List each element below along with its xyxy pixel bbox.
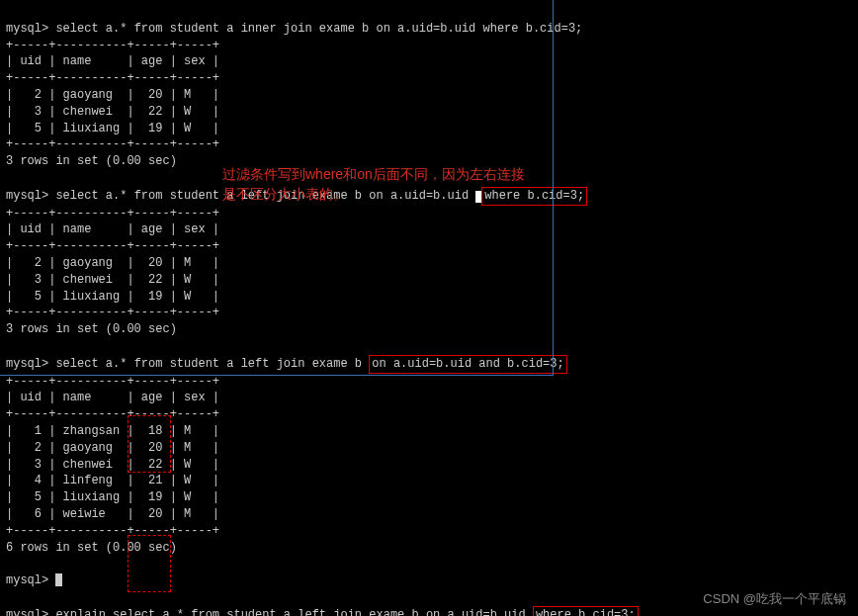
highlighted-on-clause: on a.uid=b.uid and b.cid=3;	[369, 355, 566, 374]
prompt: mysql>	[6, 357, 48, 371]
table-row: | 5 | liuxiang | 19 | W |	[6, 290, 219, 304]
table-row: | 5 | liuxiang | 19 | W |	[6, 122, 219, 135]
rows-message: 6 rows in set (0.00 sec)	[6, 541, 177, 555]
table-row: | 3 | chenwei | 22 | W |	[6, 458, 219, 472]
table-sep: +-----+----------+-----+-----+	[6, 39, 219, 52]
table-sep: +-----+----------+-----+-----+	[6, 71, 219, 85]
table-row: | 2 | gaoyang | 20 | M |	[6, 88, 219, 102]
prompt: mysql>	[6, 573, 48, 587]
table-sep: +-----+----------+-----+-----+	[6, 306, 219, 319]
rows-message: 3 rows in set (0.00 sec)	[6, 322, 177, 336]
table-sep: +-----+----------+-----+-----+	[6, 524, 219, 538]
annotation-main: 过滤条件写到where和on后面不同，因为左右连接是不区分大小表的。	[222, 165, 529, 204]
table-row: | 2 | gaoyang | 20 | M |	[6, 256, 219, 270]
rows-message: 3 rows in set (0.00 sec)	[6, 154, 177, 168]
sql-query-4-prefix: explain select a.* from student a left j…	[55, 608, 532, 616]
table-row: | 3 | chenwei | 22 | W |	[6, 105, 219, 119]
table-header: | uid | name | age | sex |	[6, 391, 219, 404]
table-row: | 3 | chenwei | 22 | W |	[6, 273, 219, 287]
prompt: mysql>	[6, 608, 48, 616]
table-sep: +-----+----------+-----+-----+	[6, 207, 219, 220]
highlighted-where-clause: where b.cid=3;	[533, 606, 639, 616]
table-header: | uid | name | age | sex |	[6, 54, 219, 68]
table-row: | 2 | gaoyang | 20 | M |	[6, 441, 219, 455]
table-sep: +-----+----------+-----+-----+	[6, 239, 219, 253]
sql-query-3-prefix: select a.* from student a left join exam…	[55, 357, 369, 371]
table-sep: +-----+----------+-----+-----+	[6, 375, 219, 389]
table-row: | 6 | weiwie | 20 | M |	[6, 507, 219, 521]
watermark: CSDN @吃我一个平底锅	[703, 590, 846, 608]
table-sep: +-----+----------+-----+-----+	[6, 137, 219, 151]
cursor[interactable]	[55, 573, 62, 586]
prompt: mysql>	[6, 22, 48, 36]
table-header: | uid | name | age | sex |	[6, 222, 219, 236]
prompt: mysql>	[6, 189, 48, 203]
table-row: | 4 | linfeng | 21 | W |	[6, 474, 219, 487]
table-sep: +-----+----------+-----+-----+	[6, 407, 219, 421]
table-row: | 1 | zhangsan | 18 | M |	[6, 424, 219, 438]
sql-query-1: select a.* from student a inner join exa…	[55, 22, 582, 36]
table-row: | 5 | liuxiang | 19 | W |	[6, 490, 219, 504]
terminal-output: mysql> select a.* from student a inner j…	[0, 0, 858, 616]
